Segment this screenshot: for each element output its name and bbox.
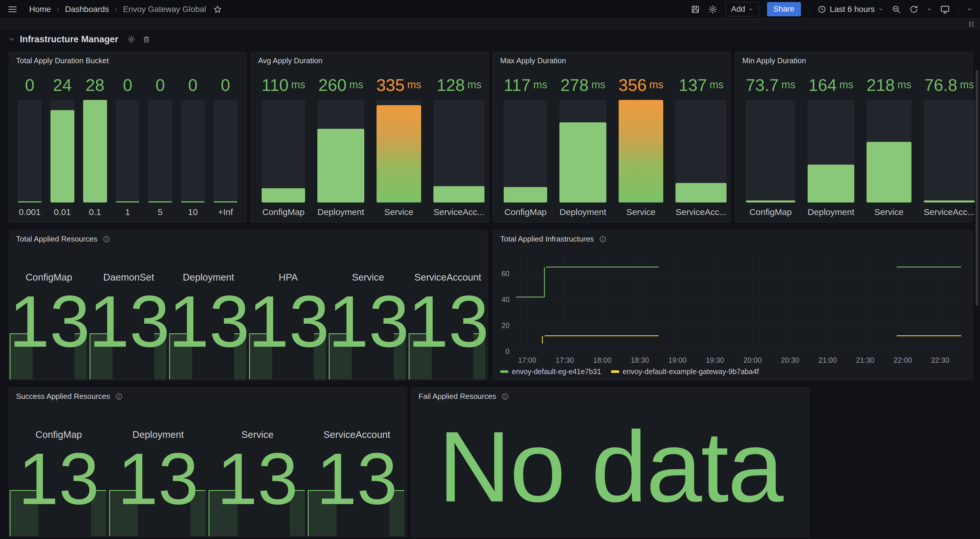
add-button[interactable]: Add — [725, 2, 759, 16]
y-axis-tick: 0 — [493, 347, 509, 356]
bar-fill — [619, 100, 663, 203]
panel-fail-applied-resources: Fail Applied ResourcesNo data — [411, 387, 810, 537]
series-line-segment — [897, 266, 961, 268]
panel-title[interactable]: Fail Applied Resources — [418, 392, 509, 401]
sparkline-segment — [208, 490, 237, 536]
row-header-infrastructure-manager[interactable]: Infrastructure Manager — [8, 32, 151, 47]
row-delete-icon[interactable] — [142, 35, 151, 43]
row-settings-icon[interactable] — [127, 35, 135, 43]
bar-fill — [116, 201, 140, 203]
bar-label: ConfigMap — [504, 203, 547, 218]
bar-label: +Inf — [213, 203, 237, 218]
gridline-h — [516, 300, 963, 300]
bar-label: Service — [377, 203, 422, 218]
panel-title[interactable]: Avg Apply Duration — [258, 56, 323, 65]
y-axis-tick: 20 — [493, 321, 509, 330]
panel-title-text[interactable]: Success Applied Resources — [16, 392, 110, 401]
gridline-v — [715, 255, 715, 351]
gridline-h — [516, 351, 963, 352]
panel-title[interactable]: Min Apply Duration — [742, 56, 806, 65]
legend-item[interactable]: envoy-default-eg-e41e7b31 — [500, 368, 601, 376]
menu-icon[interactable] — [8, 4, 18, 14]
stat-cells: ConfigMap13DaemonSet13Deployment13HPA13S… — [9, 230, 488, 380]
legend-color-pill — [500, 370, 508, 373]
chevron-down-icon[interactable] — [927, 7, 932, 12]
bar-label: 0.001 — [18, 203, 42, 218]
bar-fill — [83, 100, 107, 203]
bar-gauge-item: 356msService — [619, 70, 663, 218]
info-icon[interactable] — [599, 235, 607, 243]
panel-title[interactable]: Success Applied Resources — [16, 392, 123, 401]
legend-item[interactable]: envoy-default-example-gateway-9b7aba4f — [611, 368, 759, 376]
bar-column — [924, 100, 975, 203]
panel-title-text[interactable]: Min Apply Duration — [742, 56, 806, 65]
x-axis-tick: 22:00 — [894, 356, 912, 365]
settings-icon[interactable] — [708, 5, 718, 14]
star-icon[interactable] — [213, 5, 222, 14]
info-icon[interactable] — [501, 393, 509, 400]
share-button[interactable]: Share — [767, 2, 801, 16]
panel-title[interactable]: Total Applied Infrastructures — [500, 235, 607, 244]
x-axis-tick: 21:00 — [818, 356, 837, 365]
panel-title-text[interactable]: Total Apply Duration Bucket — [16, 56, 109, 65]
x-axis-tick: 19:30 — [706, 356, 724, 365]
panel-title[interactable]: Total Applied Resources — [16, 235, 110, 244]
time-range-picker[interactable]: Last 6 hours — [818, 5, 883, 14]
panel-title-text[interactable]: Fail Applied Resources — [418, 392, 496, 401]
bar-gauge-item: 218msService — [867, 70, 912, 218]
bar-label: Service — [619, 203, 663, 218]
save-icon[interactable] — [690, 5, 700, 14]
bar-column — [83, 100, 107, 203]
breadcrumb-home[interactable]: Home — [29, 5, 51, 14]
panel-title[interactable]: Max Apply Duration — [500, 56, 566, 65]
series-line-segment — [544, 267, 545, 297]
legend-label[interactable]: envoy-default-eg-e41e7b31 — [512, 368, 601, 376]
panel-title-text[interactable]: Total Applied Resources — [16, 235, 97, 244]
row-title[interactable]: Infrastructure Manager — [20, 34, 118, 44]
bar-value: 260ms — [317, 70, 364, 100]
stat-cell: DaemonSet13 — [89, 230, 169, 380]
breadcrumb: Home Dashboards Envoy Gateway Global — [29, 5, 222, 14]
stat-cell: Service13 — [208, 388, 307, 537]
bar-column — [18, 100, 42, 203]
panel-title-text[interactable]: Avg Apply Duration — [258, 56, 323, 65]
bar-gauge-item: 0+Inf — [213, 70, 237, 218]
info-icon[interactable] — [115, 393, 123, 400]
time-series-plot: 020406017:0017:3018:0018:3019:0019:3020:… — [493, 230, 972, 380]
chevron-down-icon[interactable] — [8, 36, 15, 43]
series-line-segment — [544, 335, 659, 336]
gridline-h — [516, 325, 963, 326]
stat-sparkline — [249, 333, 326, 379]
chevron-down-icon — [878, 7, 883, 12]
stat-sparkline — [10, 333, 87, 379]
scrollbar-thumb[interactable] — [975, 70, 978, 306]
bar-label: Deployment — [317, 203, 364, 218]
panel-title[interactable]: Total Apply Duration Bucket — [16, 56, 109, 65]
zoom-out-icon[interactable] — [892, 5, 901, 14]
tv-icon[interactable] — [940, 4, 950, 14]
bar-column — [213, 100, 237, 203]
bar-column — [317, 100, 364, 203]
panel-title-text[interactable]: Max Apply Duration — [500, 56, 566, 65]
panel-title-text[interactable]: Total Applied Infrastructures — [500, 235, 594, 244]
time-range-label: Last 6 hours — [830, 5, 875, 14]
bar-value: 356ms — [619, 70, 663, 100]
bar-gauge-item: 010 — [181, 70, 205, 218]
chart-legend: envoy-default-eg-e41e7b31envoy-default-e… — [500, 368, 759, 376]
bar-fill — [433, 186, 484, 203]
bar-column — [746, 100, 795, 203]
chevron-down-icon[interactable] — [967, 6, 972, 12]
y-axis-tick: 60 — [493, 270, 509, 278]
clock-icon — [818, 5, 826, 14]
sparkline-segment — [169, 333, 192, 379]
breadcrumb-current: Envoy Gateway Global — [123, 5, 206, 14]
bar-column — [262, 100, 305, 203]
stat-sparkline — [169, 333, 246, 379]
legend-label[interactable]: envoy-default-example-gateway-9b7aba4f — [623, 368, 759, 376]
breadcrumb-dashboards[interactable]: Dashboards — [65, 5, 109, 14]
bar-label: 0.01 — [51, 203, 75, 218]
info-icon[interactable] — [103, 235, 110, 243]
refresh-icon[interactable] — [909, 5, 918, 14]
bar-column — [559, 100, 606, 203]
stat-cell: Deployment13 — [108, 388, 208, 537]
